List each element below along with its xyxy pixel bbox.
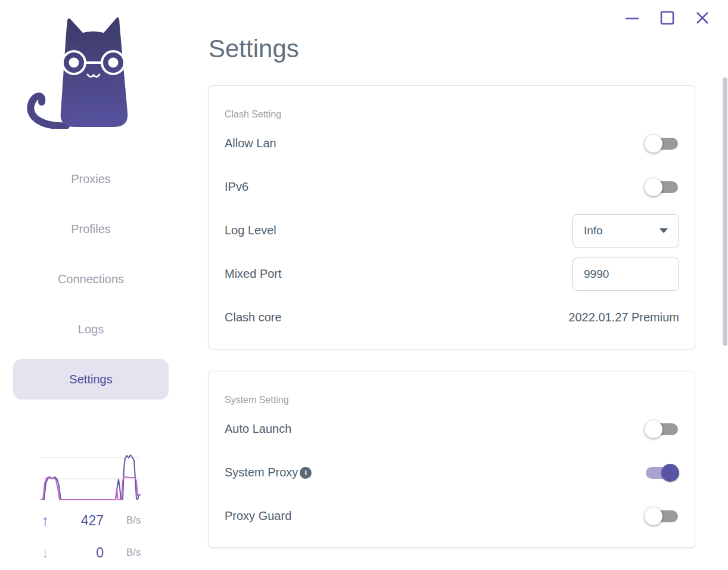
close-icon xyxy=(693,9,711,27)
clash-cat-logo xyxy=(26,16,140,129)
clash-core-value: 2022.01.27 Premium xyxy=(568,311,679,324)
row-label: Auto Launch xyxy=(225,422,291,436)
settings-cards: Clash SettingAllow LanIPv6Log LevelInfoM… xyxy=(209,85,695,569)
upload-speed-unit: B/s xyxy=(126,515,141,526)
close-button[interactable] xyxy=(693,9,711,27)
row-label-wrap: Proxy Guard xyxy=(225,509,291,523)
setting-row-allow-lan: Allow Lan xyxy=(225,122,679,165)
row-label: Clash core xyxy=(225,311,282,324)
upload-speed-value: 427 xyxy=(62,513,104,529)
minimize-button[interactable] xyxy=(623,9,641,27)
row-label-wrap: Allow Lan xyxy=(225,137,276,150)
system-proxy-toggle[interactable] xyxy=(645,463,679,482)
row-label-wrap: Log Level xyxy=(225,224,276,237)
setting-row-mixed-port: Mixed Port xyxy=(225,252,679,296)
down-arrow-icon: ↓ xyxy=(42,544,62,561)
download-speed-unit: B/s xyxy=(126,547,141,559)
download-speed-row: ↓ 0 B/s xyxy=(42,544,144,562)
chevron-down-icon xyxy=(659,228,668,233)
row-label: System Proxy xyxy=(225,466,298,479)
setting-row-system-proxy: System Proxyi xyxy=(225,451,679,494)
upload-speed-row: ↑ 427 B/s xyxy=(42,512,144,529)
sidebar-nav: ProxiesProfilesConnectionsLogsSettings xyxy=(13,159,169,409)
card-clash-setting: Clash SettingAllow LanIPv6Log LevelInfoM… xyxy=(209,85,695,349)
setting-row-log-level: Log LevelInfo xyxy=(225,209,679,252)
toggle-knob xyxy=(661,464,679,482)
window-controls xyxy=(623,9,711,27)
toggle-knob xyxy=(645,135,662,153)
auto-launch-toggle[interactable] xyxy=(645,420,679,439)
log-level-select[interactable]: Info xyxy=(573,214,679,247)
up-arrow-icon: ↑ xyxy=(42,512,62,529)
row-label: Log Level xyxy=(225,224,276,237)
card-system-setting: System SettingAuto LaunchSystem ProxyiPr… xyxy=(209,371,695,548)
sidebar-item-profiles[interactable]: Profiles xyxy=(13,209,169,249)
row-label-wrap: System Proxyi xyxy=(225,466,312,479)
proxy-guard-toggle[interactable] xyxy=(645,507,679,526)
select-value: Info xyxy=(584,224,603,237)
right-eye xyxy=(108,58,119,68)
traffic-panel: ↑ 427 B/s ↓ 0 B/s xyxy=(0,448,182,570)
sidebar-item-settings[interactable]: Settings xyxy=(13,359,169,399)
sidebar: ProxiesProfilesConnectionsLogsSettings ↑… xyxy=(0,0,182,570)
cat-tail xyxy=(30,96,66,126)
mixed-port-input[interactable] xyxy=(584,268,668,281)
sidebar-item-connections[interactable]: Connections xyxy=(13,259,169,299)
toggle-knob xyxy=(645,507,662,525)
setting-row-auto-launch: Auto Launch xyxy=(225,407,679,451)
sidebar-item-proxies[interactable]: Proxies xyxy=(13,159,169,199)
row-label: Allow Lan xyxy=(225,137,276,150)
sidebar-item-logs[interactable]: Logs xyxy=(13,309,169,349)
left-eye xyxy=(69,58,79,68)
row-label-wrap: Auto Launch xyxy=(225,422,291,436)
row-label-wrap: Clash core xyxy=(225,311,282,324)
minimize-icon xyxy=(623,9,641,27)
row-label: Proxy Guard xyxy=(225,509,291,523)
allow-lan-toggle[interactable] xyxy=(645,134,679,153)
card-header: System Setting xyxy=(225,371,679,393)
setting-row-ipv6: IPv6 xyxy=(225,165,679,209)
row-label: Mixed Port xyxy=(225,267,282,281)
row-label: IPv6 xyxy=(225,180,248,194)
page-title: Settings xyxy=(209,35,299,63)
setting-row-proxy-guard: Proxy Guard xyxy=(225,494,679,538)
info-icon[interactable]: i xyxy=(300,467,312,479)
setting-row-clash-core: Clash core2022.01.27 Premium xyxy=(225,296,679,339)
scrollbar-thumb[interactable] xyxy=(723,78,727,346)
download-speed-value: 0 xyxy=(62,545,104,561)
traffic-line-download xyxy=(41,477,141,500)
toggle-knob xyxy=(645,420,662,438)
row-label-wrap: Mixed Port xyxy=(225,267,282,281)
toggle-knob xyxy=(645,178,662,196)
maximize-button[interactable] xyxy=(658,9,676,27)
card-header: Clash Setting xyxy=(225,86,679,107)
traffic-sparkline xyxy=(41,452,141,503)
maximize-icon xyxy=(658,9,676,27)
row-label-wrap: IPv6 xyxy=(225,180,248,194)
mixed-port-input-box xyxy=(573,258,679,291)
ipv6-toggle[interactable] xyxy=(645,178,679,197)
